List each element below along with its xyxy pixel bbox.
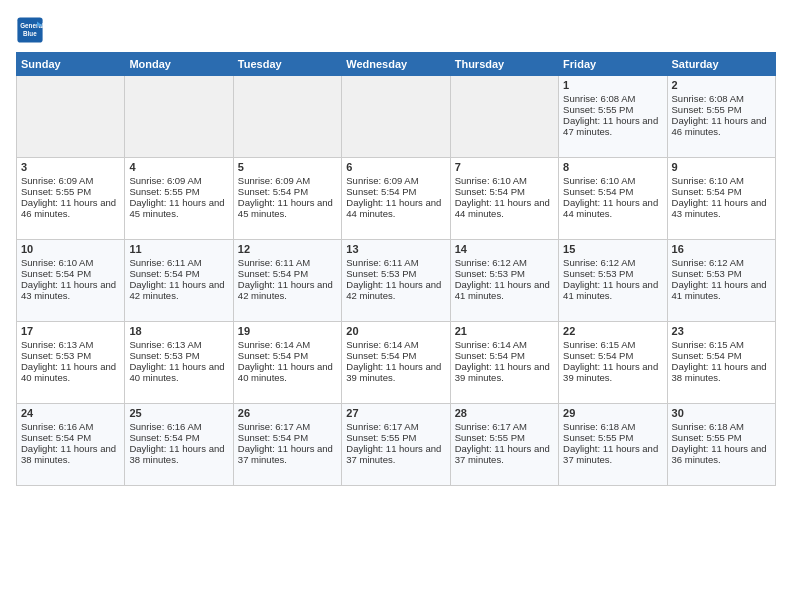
day-info: Daylight: 11 hours and 37 minutes. — [563, 443, 662, 465]
day-info: Daylight: 11 hours and 37 minutes. — [346, 443, 445, 465]
day-info: Sunrise: 6:14 AM — [346, 339, 445, 350]
day-info: Daylight: 11 hours and 42 minutes. — [346, 279, 445, 301]
day-info: Daylight: 11 hours and 42 minutes. — [129, 279, 228, 301]
day-info: Sunrise: 6:09 AM — [346, 175, 445, 186]
day-info: Sunset: 5:54 PM — [238, 186, 337, 197]
day-number: 18 — [129, 325, 228, 337]
week-row-0: 1Sunrise: 6:08 AMSunset: 5:55 PMDaylight… — [17, 76, 776, 158]
day-info: Sunset: 5:54 PM — [21, 268, 120, 279]
day-info: Sunrise: 6:08 AM — [672, 93, 771, 104]
day-number: 20 — [346, 325, 445, 337]
day-info: Daylight: 11 hours and 37 minutes. — [455, 443, 554, 465]
day-info: Daylight: 11 hours and 46 minutes. — [21, 197, 120, 219]
day-cell: 14Sunrise: 6:12 AMSunset: 5:53 PMDayligh… — [450, 240, 558, 322]
day-cell: 9Sunrise: 6:10 AMSunset: 5:54 PMDaylight… — [667, 158, 775, 240]
day-info: Sunrise: 6:10 AM — [455, 175, 554, 186]
header: General Blue — [16, 12, 776, 44]
day-number: 10 — [21, 243, 120, 255]
day-info: Daylight: 11 hours and 47 minutes. — [563, 115, 662, 137]
day-number: 6 — [346, 161, 445, 173]
day-number: 4 — [129, 161, 228, 173]
day-number: 15 — [563, 243, 662, 255]
day-info: Sunset: 5:54 PM — [346, 350, 445, 361]
day-info: Sunset: 5:55 PM — [346, 432, 445, 443]
day-cell: 12Sunrise: 6:11 AMSunset: 5:54 PMDayligh… — [233, 240, 341, 322]
day-info: Daylight: 11 hours and 44 minutes. — [563, 197, 662, 219]
day-number: 13 — [346, 243, 445, 255]
day-info: Daylight: 11 hours and 40 minutes. — [129, 361, 228, 383]
day-number: 27 — [346, 407, 445, 419]
day-number: 8 — [563, 161, 662, 173]
day-info: Sunset: 5:55 PM — [563, 104, 662, 115]
day-info: Daylight: 11 hours and 43 minutes. — [672, 197, 771, 219]
day-info: Sunset: 5:54 PM — [238, 350, 337, 361]
day-cell: 6Sunrise: 6:09 AMSunset: 5:54 PMDaylight… — [342, 158, 450, 240]
day-cell: 13Sunrise: 6:11 AMSunset: 5:53 PMDayligh… — [342, 240, 450, 322]
day-cell — [125, 76, 233, 158]
day-number: 23 — [672, 325, 771, 337]
day-info: Daylight: 11 hours and 46 minutes. — [672, 115, 771, 137]
day-cell: 15Sunrise: 6:12 AMSunset: 5:53 PMDayligh… — [559, 240, 667, 322]
day-info: Daylight: 11 hours and 40 minutes. — [238, 361, 337, 383]
day-info: Sunset: 5:55 PM — [563, 432, 662, 443]
day-number: 22 — [563, 325, 662, 337]
day-cell: 16Sunrise: 6:12 AMSunset: 5:53 PMDayligh… — [667, 240, 775, 322]
day-cell: 29Sunrise: 6:18 AMSunset: 5:55 PMDayligh… — [559, 404, 667, 486]
day-number: 30 — [672, 407, 771, 419]
day-info: Sunset: 5:54 PM — [129, 268, 228, 279]
day-info: Sunrise: 6:15 AM — [563, 339, 662, 350]
day-info: Sunset: 5:55 PM — [455, 432, 554, 443]
day-info: Sunset: 5:54 PM — [21, 432, 120, 443]
day-number: 17 — [21, 325, 120, 337]
day-info: Sunset: 5:55 PM — [21, 186, 120, 197]
day-info: Sunrise: 6:10 AM — [672, 175, 771, 186]
day-info: Sunrise: 6:15 AM — [672, 339, 771, 350]
day-cell — [450, 76, 558, 158]
day-cell: 8Sunrise: 6:10 AMSunset: 5:54 PMDaylight… — [559, 158, 667, 240]
day-info: Daylight: 11 hours and 43 minutes. — [21, 279, 120, 301]
day-info: Sunrise: 6:10 AM — [21, 257, 120, 268]
day-info: Daylight: 11 hours and 44 minutes. — [455, 197, 554, 219]
day-info: Daylight: 11 hours and 38 minutes. — [129, 443, 228, 465]
day-number: 7 — [455, 161, 554, 173]
day-cell: 1Sunrise: 6:08 AMSunset: 5:55 PMDaylight… — [559, 76, 667, 158]
day-info: Sunrise: 6:09 AM — [21, 175, 120, 186]
day-info: Sunrise: 6:14 AM — [455, 339, 554, 350]
day-cell — [342, 76, 450, 158]
day-cell: 7Sunrise: 6:10 AMSunset: 5:54 PMDaylight… — [450, 158, 558, 240]
col-friday: Friday — [559, 53, 667, 76]
day-info: Sunset: 5:54 PM — [238, 268, 337, 279]
day-info: Sunset: 5:53 PM — [672, 268, 771, 279]
day-info: Sunrise: 6:13 AM — [129, 339, 228, 350]
day-number: 9 — [672, 161, 771, 173]
day-info: Sunrise: 6:13 AM — [21, 339, 120, 350]
day-number: 29 — [563, 407, 662, 419]
day-cell: 26Sunrise: 6:17 AMSunset: 5:54 PMDayligh… — [233, 404, 341, 486]
day-info: Daylight: 11 hours and 41 minutes. — [672, 279, 771, 301]
day-info: Sunrise: 6:12 AM — [455, 257, 554, 268]
day-cell: 21Sunrise: 6:14 AMSunset: 5:54 PMDayligh… — [450, 322, 558, 404]
day-info: Sunrise: 6:12 AM — [672, 257, 771, 268]
day-cell — [233, 76, 341, 158]
day-info: Sunset: 5:55 PM — [129, 186, 228, 197]
day-info: Sunrise: 6:09 AM — [238, 175, 337, 186]
day-info: Daylight: 11 hours and 45 minutes. — [238, 197, 337, 219]
col-thursday: Thursday — [450, 53, 558, 76]
day-info: Sunset: 5:55 PM — [672, 432, 771, 443]
day-info: Sunrise: 6:11 AM — [238, 257, 337, 268]
day-info: Daylight: 11 hours and 44 minutes. — [346, 197, 445, 219]
day-number: 1 — [563, 79, 662, 91]
day-info: Sunrise: 6:12 AM — [563, 257, 662, 268]
day-cell: 4Sunrise: 6:09 AMSunset: 5:55 PMDaylight… — [125, 158, 233, 240]
day-info: Sunset: 5:53 PM — [563, 268, 662, 279]
svg-text:Blue: Blue — [23, 30, 37, 37]
day-info: Sunset: 5:54 PM — [238, 432, 337, 443]
day-info: Daylight: 11 hours and 39 minutes. — [563, 361, 662, 383]
header-row: Sunday Monday Tuesday Wednesday Thursday… — [17, 53, 776, 76]
day-info: Sunrise: 6:10 AM — [563, 175, 662, 186]
day-info: Sunset: 5:54 PM — [563, 350, 662, 361]
day-number: 21 — [455, 325, 554, 337]
calendar-body: 1Sunrise: 6:08 AMSunset: 5:55 PMDaylight… — [17, 76, 776, 486]
day-number: 19 — [238, 325, 337, 337]
col-sunday: Sunday — [17, 53, 125, 76]
